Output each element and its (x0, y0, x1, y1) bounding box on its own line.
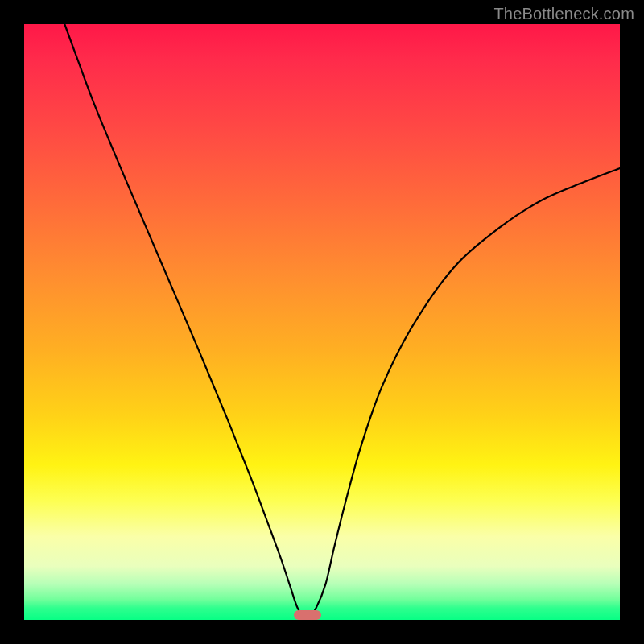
plot-area (24, 24, 620, 620)
optimum-marker (294, 610, 321, 620)
chart-stage: TheBottleneck.com (0, 0, 644, 644)
bottleneck-curve (24, 24, 620, 620)
watermark-text: TheBottleneck.com (493, 5, 634, 23)
